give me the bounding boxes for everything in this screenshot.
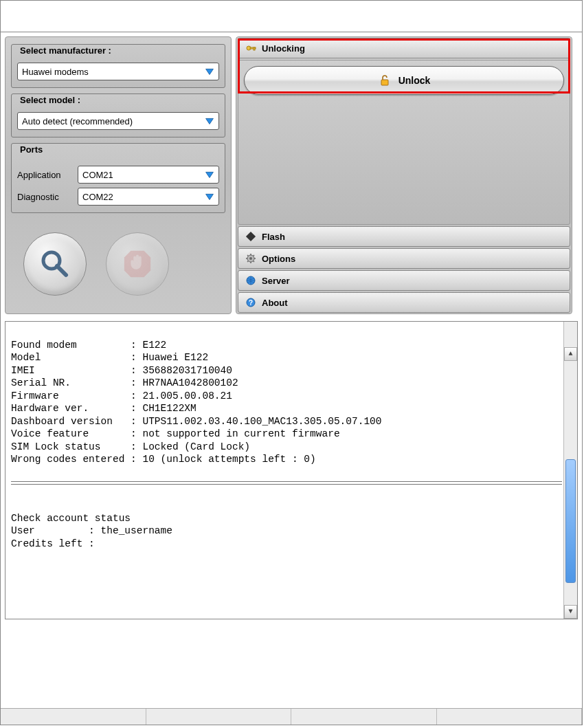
svg-text:?: ? <box>249 299 253 307</box>
chevron-down-icon <box>203 115 216 127</box>
log-divider <box>11 484 562 485</box>
section-server[interactable]: Server <box>238 270 570 291</box>
ports-group: Ports Application COM21 Diagnostic COM22 <box>11 143 225 213</box>
svg-marker-2 <box>206 172 214 177</box>
port-application-label: Application <box>17 170 72 180</box>
manufacturer-label: Select manufacturer : <box>17 44 114 57</box>
status-cell <box>291 709 437 725</box>
status-cell <box>437 709 583 725</box>
section-about[interactable]: ? About <box>238 292 570 313</box>
model-label: Select model : <box>17 93 83 107</box>
left-column: Select manufacturer : Huawei modems Sele… <box>5 36 232 314</box>
app-window: Select manufacturer : Huawei modems Sele… <box>0 0 583 725</box>
section-server-label: Server <box>262 276 289 286</box>
port-diagnostic-row: Diagnostic COM22 <box>17 188 219 206</box>
section-unlocking-label: Unlocking <box>262 43 305 54</box>
key-icon <box>245 43 256 54</box>
model-dropdown[interactable]: Auto detect (recommended) <box>17 112 219 130</box>
svg-rect-11 <box>246 232 256 241</box>
section-unlocking[interactable]: Unlocking <box>238 38 570 58</box>
svg-marker-3 <box>206 194 214 199</box>
status-cell <box>146 709 292 725</box>
svg-marker-1 <box>206 118 214 124</box>
svg-line-19 <box>254 261 255 263</box>
port-application-row: Application COM21 <box>17 166 219 184</box>
port-diagnostic-dropdown[interactable]: COM22 <box>78 188 219 206</box>
section-flash[interactable]: Flash <box>238 226 570 247</box>
left-panel: Select manufacturer : Huawei modems Sele… <box>5 36 232 314</box>
chevron-down-icon <box>203 190 216 203</box>
title-bar <box>1 1 582 32</box>
svg-marker-0 <box>206 69 214 74</box>
chevron-down-icon <box>203 168 216 181</box>
svg-line-5 <box>57 266 66 275</box>
svg-line-20 <box>247 261 249 263</box>
magnifier-icon <box>38 247 71 280</box>
unlock-button-label: Unlock <box>398 75 431 86</box>
chip-icon <box>245 231 256 242</box>
right-panel: Unlocking Unlock Flash Options Server <box>236 36 572 314</box>
ports-label: Ports <box>17 143 45 156</box>
stop-hand-icon <box>122 248 153 280</box>
svg-rect-10 <box>381 80 388 85</box>
gear-icon <box>245 253 256 264</box>
section-about-label: About <box>262 298 288 308</box>
svg-rect-9 <box>254 47 255 50</box>
scroll-down-button[interactable]: ▼ <box>564 605 577 619</box>
search-button[interactable] <box>23 232 87 296</box>
port-diagnostic-value: COM22 <box>82 192 203 202</box>
unlock-icon <box>378 74 392 87</box>
scroll-up-button[interactable]: ▲ <box>564 347 577 361</box>
svg-line-18 <box>247 255 249 256</box>
port-diagnostic-label: Diagnostic <box>17 192 72 202</box>
log-panel: Found modem : E122 Model : Huawei E122 I… <box>5 321 578 619</box>
unlock-button[interactable]: Unlock <box>244 66 564 95</box>
scrollbar[interactable]: ▲ ▼ <box>563 322 577 619</box>
port-application-dropdown[interactable]: COM21 <box>78 166 219 184</box>
log-divider <box>11 481 562 482</box>
manufacturer-group: Select manufacturer : Huawei modems <box>11 44 225 88</box>
manufacturer-dropdown[interactable]: Huawei modems <box>17 63 219 80</box>
help-icon: ? <box>245 297 256 308</box>
chevron-down-icon <box>203 65 216 78</box>
model-group: Select model : Auto detect (recommended) <box>11 93 225 137</box>
status-bar <box>1 708 582 725</box>
main-area: Select manufacturer : Huawei modems Sele… <box>1 32 582 318</box>
globe-icon <box>245 275 256 286</box>
status-cell <box>1 709 146 725</box>
log-footer: Check account status User : the_username… <box>11 513 172 549</box>
unlocking-body: Unlock <box>238 60 570 225</box>
section-flash-label: Flash <box>262 232 285 242</box>
section-options-label: Options <box>262 254 295 264</box>
action-buttons <box>5 219 231 313</box>
section-options[interactable]: Options <box>238 248 570 269</box>
scroll-thumb[interactable] <box>565 459 576 583</box>
port-application-value: COM21 <box>82 170 203 180</box>
manufacturer-value: Huawei modems <box>22 67 203 77</box>
model-value: Auto detect (recommended) <box>22 116 203 126</box>
log-header: Found modem : E122 Model : Huawei E122 I… <box>11 340 382 465</box>
stop-button <box>106 232 169 296</box>
svg-line-21 <box>254 255 255 256</box>
svg-point-13 <box>249 257 252 260</box>
